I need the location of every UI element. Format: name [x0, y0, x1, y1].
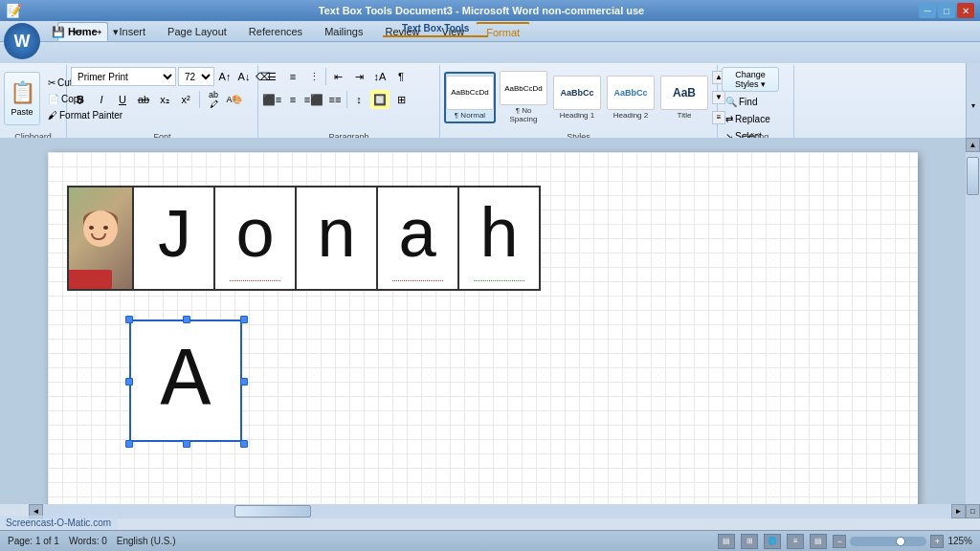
font-format-row: B I U ab x₂ x² ab🖍 A🎨	[71, 90, 244, 109]
zoom-out-button[interactable]: −	[833, 535, 846, 548]
zoom-bar: − + 125%	[833, 535, 972, 548]
sort-button[interactable]: ↕A	[370, 67, 390, 86]
selected-textbox-wrapper: A	[129, 320, 244, 444]
style-title[interactable]: AaB Title	[658, 72, 710, 123]
a-box-container[interactable]: A	[129, 320, 244, 444]
increase-font-button[interactable]: A↑	[216, 68, 234, 85]
horizontal-scrollbar[interactable]: ◄ ►	[29, 504, 966, 518]
status-right: ▤ ⊞ 🌐 ≡ ▤ − + 125%	[718, 534, 972, 549]
font-size-select[interactable]: 72	[178, 67, 214, 86]
bold-button[interactable]: B	[71, 90, 90, 109]
tab-page-layout[interactable]: Page Layout	[157, 22, 237, 41]
draft-view-button[interactable]: ▤	[810, 534, 827, 549]
border-button[interactable]: ⊞	[391, 90, 411, 109]
font-name-row: Primer Print 72 A↑ A↓ ⌫	[71, 67, 272, 86]
scroll-right-button[interactable]: ►	[951, 504, 966, 518]
zoom-in-button[interactable]: +	[930, 535, 944, 548]
print-view-button[interactable]: ▤	[718, 534, 735, 549]
paragraph-content: ☰ ≡ ⋮ ⇤ ⇥ ↕A ¶ ⬛≡ ≡ ≡⬛ ≡≡ ↕ 🔲 ⊞	[262, 67, 411, 142]
change-styles-button[interactable]: Change Styles ▾	[722, 67, 779, 92]
underline-button[interactable]: U	[113, 90, 132, 109]
scroll-track-vertical[interactable]	[966, 152, 980, 504]
handle-middle-right[interactable]	[240, 378, 248, 386]
separator	[199, 91, 200, 108]
paste-icon: 📋	[10, 80, 35, 105]
screencast-watermark: Screencast-O-Matic.com	[0, 516, 117, 530]
qat-more[interactable]: ▾	[107, 23, 124, 40]
font-name-select[interactable]: Primer Print	[71, 67, 176, 86]
increase-indent-button[interactable]: ⇥	[349, 67, 368, 86]
scroll-thumb-vertical[interactable]	[967, 157, 979, 195]
list-buttons-row: ☰ ≡ ⋮ ⇤ ⇥ ↕A ¶	[262, 67, 411, 86]
paste-button[interactable]: 📋 Paste	[4, 72, 40, 125]
justify-button[interactable]: ≡≡	[325, 90, 345, 109]
subscript-button[interactable]: x₂	[155, 90, 174, 109]
italic-button[interactable]: I	[92, 90, 111, 109]
shading-button[interactable]: 🔲	[370, 90, 390, 109]
superscript-button[interactable]: x²	[176, 90, 195, 109]
qat-undo[interactable]: ↩	[69, 23, 86, 40]
web-view-button[interactable]: 🌐	[764, 534, 781, 549]
handle-top-left[interactable]	[125, 316, 133, 323]
bullet-list-button[interactable]: ☰	[262, 67, 281, 86]
close-button[interactable]: ✕	[957, 3, 974, 18]
style-normal[interactable]: AaBbCcDd ¶ Normal	[444, 72, 496, 123]
style-heading1[interactable]: AaBbCc Heading 1	[551, 72, 603, 123]
replace-button[interactable]: ⇄Replace	[722, 111, 774, 126]
highlight-button[interactable]: ab🖍	[204, 90, 223, 109]
ribbon-expand[interactable]: ▾	[966, 63, 980, 147]
handle-middle-left[interactable]	[125, 378, 133, 386]
letter-box-h: h	[459, 186, 541, 291]
decrease-font-button[interactable]: A↓	[235, 68, 253, 85]
handle-top-right[interactable]	[240, 316, 248, 323]
a-text-box[interactable]: A	[129, 320, 242, 442]
letter-box-n: n	[297, 186, 378, 291]
scroll-track-horizontal[interactable]	[43, 504, 951, 518]
style-no-spacing[interactable]: AaBbCcDd ¶ No Spacing	[498, 67, 549, 127]
scroll-up-button[interactable]: ▲	[966, 138, 980, 152]
line-spacing-button[interactable]: ↕	[349, 90, 368, 109]
status-left: Page: 1 of 1 Words: 0 English (U.S.)	[8, 536, 175, 546]
corner-button[interactable]: □	[966, 504, 980, 518]
strikethrough-button[interactable]: ab	[134, 90, 153, 109]
qat-redo[interactable]: ↪	[88, 23, 105, 40]
zoom-slider[interactable]	[850, 537, 926, 546]
style-heading2[interactable]: AaBbCc Heading 2	[605, 72, 657, 123]
handle-top-middle[interactable]	[183, 316, 190, 323]
handle-bottom-right[interactable]	[240, 440, 248, 448]
align-center-button[interactable]: ≡	[283, 90, 302, 109]
minimize-button[interactable]: ─	[919, 3, 936, 18]
multilevel-list-button[interactable]: ⋮	[304, 67, 323, 86]
ribbon-group-clipboard: 📋 Paste ✂Cut 📄Copy 🖌Format Painter Clipb…	[0, 65, 67, 143]
style-heading2-label: Heading 2	[613, 111, 648, 120]
show-formatting-button[interactable]: ¶	[391, 67, 411, 86]
numbered-list-button[interactable]: ≡	[283, 67, 302, 86]
vertical-scrollbar[interactable]: ▲ ▼	[966, 138, 980, 518]
shirt	[67, 270, 112, 289]
style-normal-label: ¶ Normal	[455, 111, 485, 120]
document-area[interactable]: J o n a h	[0, 138, 966, 504]
find-button[interactable]: 🔍Find	[722, 94, 761, 109]
maximize-button[interactable]: □	[938, 3, 955, 18]
style-no-spacing-preview: AaBbCcDd	[500, 71, 547, 105]
qat-save[interactable]: 💾	[50, 23, 67, 40]
outline-view-button[interactable]: ≡	[787, 534, 804, 549]
handle-bottom-left[interactable]	[125, 440, 133, 448]
align-right-button[interactable]: ≡⬛	[304, 90, 323, 109]
font-color-button[interactable]: A🎨	[225, 90, 244, 109]
align-left-button[interactable]: ⬛≡	[262, 90, 281, 109]
handle-bottom-middle[interactable]	[183, 440, 190, 448]
ribbon-group-paragraph: ☰ ≡ ⋮ ⇤ ⇥ ↕A ¶ ⬛≡ ≡ ≡⬛ ≡≡ ↕ 🔲 ⊞ Paragrap…	[258, 65, 440, 143]
scroll-thumb-horizontal[interactable]	[234, 505, 311, 518]
zoom-thumb[interactable]	[896, 537, 905, 546]
zoom-level: 125%	[947, 536, 972, 546]
decrease-indent-button[interactable]: ⇤	[328, 67, 347, 86]
office-button[interactable]: W	[4, 23, 40, 59]
ribbon: 📋 Paste ✂Cut 📄Copy 🖌Format Painter Clipb…	[0, 63, 980, 147]
language-status: English (U.S.)	[117, 536, 176, 546]
align-buttons-row: ⬛≡ ≡ ≡⬛ ≡≡ ↕ 🔲 ⊞	[262, 90, 411, 109]
full-screen-button[interactable]: ⊞	[741, 534, 758, 549]
tab-mailings[interactable]: Mailings	[314, 22, 373, 41]
tab-references[interactable]: References	[238, 22, 313, 41]
ribbon-tabs: Home Insert Page Layout References Maili…	[0, 21, 980, 42]
